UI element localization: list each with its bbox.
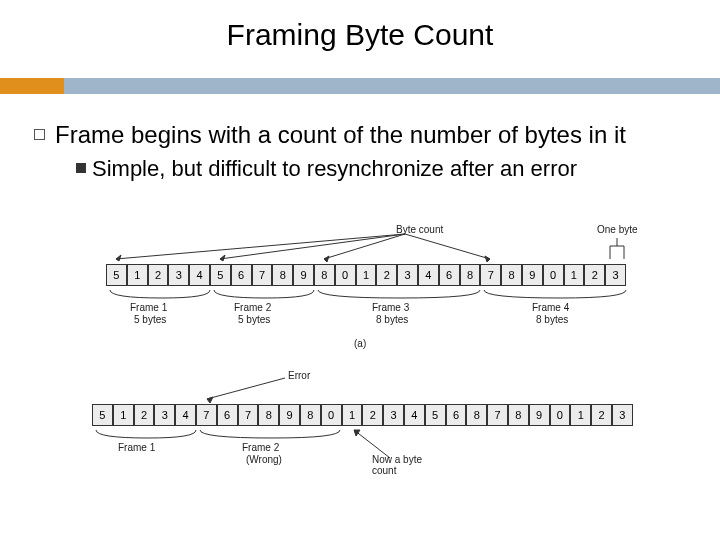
diagram-annotations — [70, 228, 650, 508]
label-error: Error — [288, 370, 310, 381]
byte-count-diagram: 5123456789801234687890123 51234767898012… — [70, 228, 650, 508]
bullet-square-icon — [34, 129, 45, 140]
bullet-filled-square-icon — [76, 163, 86, 173]
slide: Framing Byte Count Frame begins with a c… — [0, 0, 720, 540]
label-one-byte: One byte — [597, 224, 638, 235]
frame4-name: Frame 4 — [532, 302, 569, 313]
bullet-main: Frame begins with a count of the number … — [34, 120, 694, 150]
bullet-sub-text: Simple, but difficult to resynchronize a… — [92, 156, 577, 182]
slide-title: Framing Byte Count — [0, 0, 720, 52]
frame2-name: Frame 2 — [234, 302, 271, 313]
accent-tab — [0, 78, 64, 94]
label-byte-count: Byte count — [396, 224, 443, 235]
frame1-sub: 5 bytes — [134, 314, 166, 325]
frame1-name: Frame 1 — [130, 302, 167, 313]
label-part-a: (a) — [354, 338, 366, 349]
bullet-sub: Simple, but difficult to resynchronize a… — [76, 156, 694, 182]
frame1b-name: Frame 1 — [118, 442, 155, 453]
accent-bar — [0, 78, 720, 94]
frame3-sub: 8 bytes — [376, 314, 408, 325]
label-now-byte: Now a byte count — [372, 454, 442, 476]
frame2b-name: Frame 2 — [242, 442, 279, 453]
bullet-main-text: Frame begins with a count of the number … — [55, 120, 626, 150]
frame3-name: Frame 3 — [372, 302, 409, 313]
frame4-sub: 8 bytes — [536, 314, 568, 325]
slide-body: Frame begins with a count of the number … — [34, 120, 694, 182]
frame2b-sub: (Wrong) — [246, 454, 282, 465]
frame2-sub: 5 bytes — [238, 314, 270, 325]
